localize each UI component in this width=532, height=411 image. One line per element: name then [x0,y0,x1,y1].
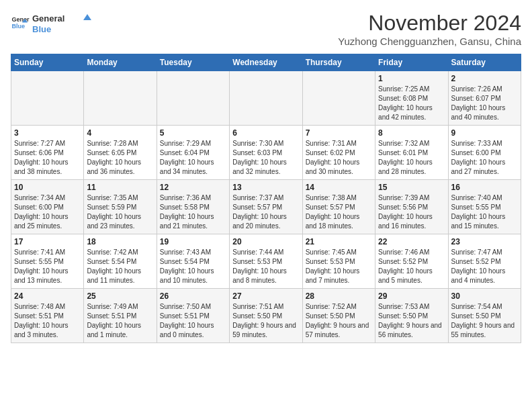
weekday-header: Monday [84,54,157,71]
day-number: 5 [160,128,226,138]
calendar-week-row: 24Sunrise: 7:48 AM Sunset: 5:51 PM Dayli… [11,289,521,343]
day-info: Sunrise: 7:30 AM Sunset: 6:03 PM Dayligh… [232,139,299,177]
calendar-title: November 2024 [338,11,521,36]
calendar-cell: 11Sunrise: 7:35 AM Sunset: 5:59 PM Dayli… [84,180,157,234]
calendar-cell: 5Sunrise: 7:29 AM Sunset: 6:04 PM Daylig… [157,126,229,180]
calendar-cell: 12Sunrise: 7:36 AM Sunset: 5:58 PM Dayli… [157,180,229,234]
calendar-week-row: 1Sunrise: 7:25 AM Sunset: 6:08 PM Daylig… [11,71,521,126]
day-number: 1 [378,74,445,83]
calendar-cell [11,71,84,126]
day-info: Sunrise: 7:45 AM Sunset: 5:53 PM Dayligh… [306,248,372,285]
calendar-week-row: 3Sunrise: 7:27 AM Sunset: 6:06 PM Daylig… [11,126,521,180]
day-number: 3 [14,128,81,138]
day-number: 13 [232,183,299,192]
calendar-subtitle: Yuzhong Chengguanzhen, Gansu, China [338,36,521,47]
calendar-cell: 9Sunrise: 7:33 AM Sunset: 6:00 PM Daylig… [448,126,521,180]
day-info: Sunrise: 7:51 AM Sunset: 5:50 PM Dayligh… [232,302,299,340]
day-number: 30 [451,291,518,301]
calendar-cell: 10Sunrise: 7:34 AM Sunset: 6:00 PM Dayli… [11,180,84,234]
calendar-cell: 3Sunrise: 7:27 AM Sunset: 6:06 PM Daylig… [11,126,84,180]
weekday-header: Thursday [302,54,375,71]
logo-graphic-icon: General Blue [32,11,93,36]
calendar-cell: 16Sunrise: 7:40 AM Sunset: 5:55 PM Dayli… [448,180,521,234]
calendar-cell: 13Sunrise: 7:37 AM Sunset: 5:57 PM Dayli… [230,180,302,234]
day-number: 8 [378,128,445,138]
calendar-cell [157,71,229,126]
day-info: Sunrise: 7:28 AM Sunset: 6:05 PM Dayligh… [87,139,153,177]
day-number: 24 [14,291,81,301]
calendar-cell: 28Sunrise: 7:52 AM Sunset: 5:50 PM Dayli… [302,289,375,343]
day-number: 15 [378,183,445,192]
day-number: 4 [87,128,153,138]
calendar-cell [84,71,157,126]
calendar-cell [230,71,302,126]
logo-icon: General Blue [11,14,30,33]
title-section: November 2024 Yuzhong Chengguanzhen, Gan… [338,11,521,47]
day-info: Sunrise: 7:52 AM Sunset: 5:50 PM Dayligh… [306,302,372,340]
day-number: 6 [232,128,299,138]
calendar-cell [302,71,375,126]
day-info: Sunrise: 7:34 AM Sunset: 6:00 PM Dayligh… [14,193,81,231]
svg-marker-5 [83,14,91,20]
calendar-cell: 18Sunrise: 7:42 AM Sunset: 5:54 PM Dayli… [84,234,157,289]
day-number: 23 [451,237,518,246]
calendar-cell: 2Sunrise: 7:26 AM Sunset: 6:07 PM Daylig… [448,71,521,126]
day-number: 10 [14,183,81,192]
svg-text:Blue: Blue [32,24,51,34]
day-info: Sunrise: 7:31 AM Sunset: 6:02 PM Dayligh… [306,139,372,177]
day-info: Sunrise: 7:43 AM Sunset: 5:54 PM Dayligh… [160,248,226,285]
day-info: Sunrise: 7:47 AM Sunset: 5:52 PM Dayligh… [451,248,518,285]
calendar-cell: 1Sunrise: 7:25 AM Sunset: 6:08 PM Daylig… [375,71,448,126]
calendar-cell: 29Sunrise: 7:53 AM Sunset: 5:50 PM Dayli… [375,289,448,343]
day-info: Sunrise: 7:37 AM Sunset: 5:57 PM Dayligh… [232,193,299,231]
calendar-week-row: 17Sunrise: 7:41 AM Sunset: 5:55 PM Dayli… [11,234,521,289]
day-info: Sunrise: 7:36 AM Sunset: 5:58 PM Dayligh… [160,193,226,231]
calendar-cell: 14Sunrise: 7:38 AM Sunset: 5:57 PM Dayli… [302,180,375,234]
day-number: 21 [306,237,372,246]
calendar-table: SundayMondayTuesdayWednesdayThursdayFrid… [11,54,521,343]
calendar-cell: 30Sunrise: 7:54 AM Sunset: 5:50 PM Dayli… [448,289,521,343]
day-info: Sunrise: 7:53 AM Sunset: 5:50 PM Dayligh… [378,302,445,340]
svg-text:General: General [32,13,64,24]
day-info: Sunrise: 7:25 AM Sunset: 6:08 PM Dayligh… [378,85,445,122]
day-number: 16 [451,183,518,192]
day-number: 11 [87,183,153,192]
calendar-cell: 6Sunrise: 7:30 AM Sunset: 6:03 PM Daylig… [230,126,302,180]
day-info: Sunrise: 7:50 AM Sunset: 5:51 PM Dayligh… [160,302,226,340]
day-number: 17 [14,237,81,246]
day-info: Sunrise: 7:40 AM Sunset: 5:55 PM Dayligh… [451,193,518,231]
day-info: Sunrise: 7:35 AM Sunset: 5:59 PM Dayligh… [87,193,153,231]
weekday-header: Saturday [448,54,521,71]
day-number: 22 [378,237,445,246]
day-info: Sunrise: 7:33 AM Sunset: 6:00 PM Dayligh… [451,139,518,177]
day-number: 26 [160,291,226,301]
calendar-cell: 8Sunrise: 7:32 AM Sunset: 6:01 PM Daylig… [375,126,448,180]
header: General Blue General Blue November 2024 … [11,11,521,47]
calendar-cell: 27Sunrise: 7:51 AM Sunset: 5:50 PM Dayli… [230,289,302,343]
day-info: Sunrise: 7:39 AM Sunset: 5:56 PM Dayligh… [378,193,445,231]
calendar-cell: 7Sunrise: 7:31 AM Sunset: 6:02 PM Daylig… [302,126,375,180]
calendar-cell: 20Sunrise: 7:44 AM Sunset: 5:53 PM Dayli… [230,234,302,289]
weekday-header: Friday [375,54,448,71]
calendar-cell: 26Sunrise: 7:50 AM Sunset: 5:51 PM Dayli… [157,289,229,343]
day-info: Sunrise: 7:54 AM Sunset: 5:50 PM Dayligh… [451,302,518,340]
calendar-cell: 24Sunrise: 7:48 AM Sunset: 5:51 PM Dayli… [11,289,84,343]
day-number: 14 [306,183,372,192]
day-number: 29 [378,291,445,301]
day-number: 20 [232,237,299,246]
day-number: 2 [451,74,518,83]
day-number: 27 [232,291,299,301]
day-info: Sunrise: 7:44 AM Sunset: 5:53 PM Dayligh… [232,248,299,285]
day-number: 9 [451,128,518,138]
calendar-cell: 22Sunrise: 7:46 AM Sunset: 5:52 PM Dayli… [375,234,448,289]
calendar-week-row: 10Sunrise: 7:34 AM Sunset: 6:00 PM Dayli… [11,180,521,234]
calendar-cell: 19Sunrise: 7:43 AM Sunset: 5:54 PM Dayli… [157,234,229,289]
weekday-header: Tuesday [157,54,229,71]
day-info: Sunrise: 7:27 AM Sunset: 6:06 PM Dayligh… [14,139,81,177]
day-info: Sunrise: 7:32 AM Sunset: 6:01 PM Dayligh… [378,139,445,177]
day-number: 7 [306,128,372,138]
day-info: Sunrise: 7:42 AM Sunset: 5:54 PM Dayligh… [87,248,153,285]
day-number: 25 [87,291,153,301]
calendar-cell: 17Sunrise: 7:41 AM Sunset: 5:55 PM Dayli… [11,234,84,289]
calendar-cell: 23Sunrise: 7:47 AM Sunset: 5:52 PM Dayli… [448,234,521,289]
